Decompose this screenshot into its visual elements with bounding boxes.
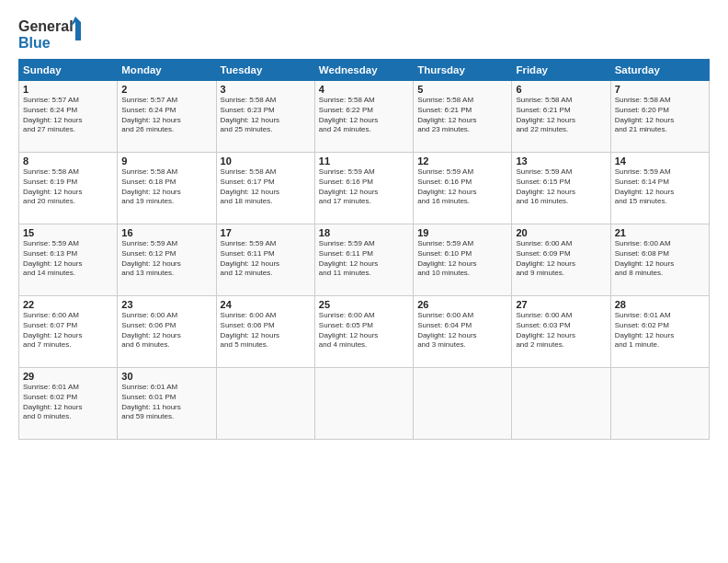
day-info: Sunrise: 6:01 AM Sunset: 6:02 PM Dayligh… bbox=[615, 311, 705, 350]
week-row-4: 22Sunrise: 6:00 AM Sunset: 6:07 PM Dayli… bbox=[19, 296, 710, 368]
calendar-cell: 6Sunrise: 5:58 AM Sunset: 6:21 PM Daylig… bbox=[512, 81, 610, 153]
calendar-cell: 5Sunrise: 5:58 AM Sunset: 6:21 PM Daylig… bbox=[414, 81, 512, 153]
weekday-sunday: Sunday bbox=[19, 60, 118, 81]
weekday-thursday: Thursday bbox=[414, 60, 512, 81]
calendar-cell: 18Sunrise: 5:59 AM Sunset: 6:11 PM Dayli… bbox=[314, 224, 413, 296]
svg-text:Blue: Blue bbox=[18, 35, 51, 51]
day-number: 17 bbox=[221, 227, 311, 238]
week-row-5: 29Sunrise: 6:01 AM Sunset: 6:02 PM Dayli… bbox=[19, 368, 710, 440]
day-number: 9 bbox=[121, 155, 211, 167]
week-row-1: 1Sunrise: 5:57 AM Sunset: 6:24 PM Daylig… bbox=[19, 81, 710, 153]
calendar-cell: 7Sunrise: 5:58 AM Sunset: 6:20 PM Daylig… bbox=[610, 81, 709, 153]
calendar-cell: 20Sunrise: 6:00 AM Sunset: 6:09 PM Dayli… bbox=[512, 224, 610, 296]
day-number: 15 bbox=[23, 227, 113, 238]
calendar-cell: 4Sunrise: 5:58 AM Sunset: 6:22 PM Daylig… bbox=[314, 81, 413, 153]
day-info: Sunrise: 5:57 AM Sunset: 6:24 PM Dayligh… bbox=[23, 96, 113, 135]
calendar-cell: 28Sunrise: 6:01 AM Sunset: 6:02 PM Dayli… bbox=[610, 296, 709, 368]
calendar-cell bbox=[216, 368, 314, 440]
calendar-cell: 19Sunrise: 5:59 AM Sunset: 6:10 PM Dayli… bbox=[414, 224, 512, 296]
header: GeneralBlue bbox=[18, 15, 710, 52]
day-number: 6 bbox=[516, 84, 606, 95]
day-number: 10 bbox=[221, 155, 311, 167]
day-info: Sunrise: 6:00 AM Sunset: 6:05 PM Dayligh… bbox=[319, 311, 409, 350]
day-number: 19 bbox=[417, 227, 507, 238]
day-info: Sunrise: 5:59 AM Sunset: 6:12 PM Dayligh… bbox=[121, 239, 211, 279]
day-info: Sunrise: 5:57 AM Sunset: 6:24 PM Dayligh… bbox=[121, 96, 211, 135]
calendar-cell: 2Sunrise: 5:57 AM Sunset: 6:24 PM Daylig… bbox=[118, 81, 216, 153]
day-number: 2 bbox=[121, 84, 211, 95]
day-number: 14 bbox=[615, 155, 705, 167]
day-number: 1 bbox=[23, 84, 113, 95]
day-info: Sunrise: 6:00 AM Sunset: 6:06 PM Dayligh… bbox=[121, 311, 211, 350]
weekday-saturday: Saturday bbox=[610, 60, 709, 81]
day-number: 29 bbox=[23, 371, 113, 382]
day-number: 18 bbox=[319, 227, 409, 238]
day-number: 13 bbox=[516, 155, 606, 167]
week-row-2: 8Sunrise: 5:58 AM Sunset: 6:19 PM Daylig… bbox=[19, 153, 710, 224]
calendar-header: SundayMondayTuesdayWednesdayThursdayFrid… bbox=[19, 60, 710, 81]
calendar-cell: 29Sunrise: 6:01 AM Sunset: 6:02 PM Dayli… bbox=[19, 368, 118, 440]
week-row-3: 15Sunrise: 5:59 AM Sunset: 6:13 PM Dayli… bbox=[19, 224, 710, 296]
day-info: Sunrise: 6:00 AM Sunset: 6:07 PM Dayligh… bbox=[23, 311, 113, 350]
calendar-page: GeneralBlue SundayMondayTuesdayWednesday… bbox=[0, 0, 728, 563]
calendar-cell: 24Sunrise: 6:00 AM Sunset: 6:06 PM Dayli… bbox=[216, 296, 314, 368]
day-info: Sunrise: 6:00 AM Sunset: 6:08 PM Dayligh… bbox=[615, 239, 705, 279]
day-info: Sunrise: 5:58 AM Sunset: 6:23 PM Dayligh… bbox=[221, 96, 311, 135]
day-number: 30 bbox=[121, 371, 211, 382]
day-number: 21 bbox=[615, 227, 705, 238]
day-number: 3 bbox=[221, 84, 311, 95]
day-info: Sunrise: 6:01 AM Sunset: 6:02 PM Dayligh… bbox=[23, 383, 113, 422]
day-info: Sunrise: 6:00 AM Sunset: 6:03 PM Dayligh… bbox=[516, 311, 606, 350]
weekday-friday: Friday bbox=[512, 60, 610, 81]
day-info: Sunrise: 6:01 AM Sunset: 6:01 PM Dayligh… bbox=[121, 383, 211, 422]
day-info: Sunrise: 5:58 AM Sunset: 6:22 PM Dayligh… bbox=[319, 96, 409, 135]
day-info: Sunrise: 5:58 AM Sunset: 6:17 PM Dayligh… bbox=[221, 167, 311, 207]
calendar-table: SundayMondayTuesdayWednesdayThursdayFrid… bbox=[18, 59, 710, 440]
day-info: Sunrise: 5:59 AM Sunset: 6:11 PM Dayligh… bbox=[221, 239, 311, 279]
day-number: 25 bbox=[319, 299, 409, 310]
weekday-wednesday: Wednesday bbox=[314, 60, 413, 81]
day-number: 4 bbox=[319, 84, 409, 95]
day-number: 26 bbox=[417, 299, 507, 310]
calendar-cell: 8Sunrise: 5:58 AM Sunset: 6:19 PM Daylig… bbox=[19, 153, 118, 224]
calendar-cell: 25Sunrise: 6:00 AM Sunset: 6:05 PM Dayli… bbox=[314, 296, 413, 368]
day-number: 7 bbox=[615, 84, 705, 95]
calendar-cell: 26Sunrise: 6:00 AM Sunset: 6:04 PM Dayli… bbox=[414, 296, 512, 368]
day-info: Sunrise: 5:59 AM Sunset: 6:10 PM Dayligh… bbox=[417, 239, 507, 279]
calendar-cell: 14Sunrise: 5:59 AM Sunset: 6:14 PM Dayli… bbox=[610, 153, 709, 224]
weekday-monday: Monday bbox=[118, 60, 216, 81]
day-info: Sunrise: 6:00 AM Sunset: 6:09 PM Dayligh… bbox=[516, 239, 606, 279]
day-info: Sunrise: 5:59 AM Sunset: 6:14 PM Dayligh… bbox=[615, 167, 705, 207]
calendar-cell: 21Sunrise: 6:00 AM Sunset: 6:08 PM Dayli… bbox=[610, 224, 709, 296]
day-number: 11 bbox=[319, 155, 409, 167]
day-number: 24 bbox=[221, 299, 311, 310]
calendar-cell: 12Sunrise: 5:59 AM Sunset: 6:16 PM Dayli… bbox=[414, 153, 512, 224]
calendar-cell bbox=[414, 368, 512, 440]
day-number: 5 bbox=[417, 84, 507, 95]
weekday-tuesday: Tuesday bbox=[216, 60, 314, 81]
day-number: 27 bbox=[516, 299, 606, 310]
calendar-cell: 17Sunrise: 5:59 AM Sunset: 6:11 PM Dayli… bbox=[216, 224, 314, 296]
day-info: Sunrise: 5:59 AM Sunset: 6:13 PM Dayligh… bbox=[23, 239, 113, 279]
day-info: Sunrise: 5:58 AM Sunset: 6:18 PM Dayligh… bbox=[121, 167, 211, 207]
day-info: Sunrise: 5:59 AM Sunset: 6:15 PM Dayligh… bbox=[516, 167, 606, 207]
logo-icon: GeneralBlue bbox=[18, 15, 92, 52]
calendar-cell: 10Sunrise: 5:58 AM Sunset: 6:17 PM Dayli… bbox=[216, 153, 314, 224]
day-info: Sunrise: 5:59 AM Sunset: 6:16 PM Dayligh… bbox=[417, 167, 507, 207]
calendar-cell: 22Sunrise: 6:00 AM Sunset: 6:07 PM Dayli… bbox=[19, 296, 118, 368]
calendar-cell: 23Sunrise: 6:00 AM Sunset: 6:06 PM Dayli… bbox=[118, 296, 216, 368]
calendar-cell: 16Sunrise: 5:59 AM Sunset: 6:12 PM Dayli… bbox=[118, 224, 216, 296]
day-info: Sunrise: 6:00 AM Sunset: 6:04 PM Dayligh… bbox=[417, 311, 507, 350]
calendar-cell: 9Sunrise: 5:58 AM Sunset: 6:18 PM Daylig… bbox=[118, 153, 216, 224]
calendar-cell: 1Sunrise: 5:57 AM Sunset: 6:24 PM Daylig… bbox=[19, 81, 118, 153]
calendar-cell: 11Sunrise: 5:59 AM Sunset: 6:16 PM Dayli… bbox=[314, 153, 413, 224]
calendar-body: 1Sunrise: 5:57 AM Sunset: 6:24 PM Daylig… bbox=[19, 81, 710, 440]
day-number: 8 bbox=[23, 155, 113, 167]
day-info: Sunrise: 5:58 AM Sunset: 6:21 PM Dayligh… bbox=[516, 96, 606, 135]
calendar-cell bbox=[610, 368, 709, 440]
day-number: 22 bbox=[23, 299, 113, 310]
calendar-cell: 3Sunrise: 5:58 AM Sunset: 6:23 PM Daylig… bbox=[216, 81, 314, 153]
day-info: Sunrise: 6:00 AM Sunset: 6:06 PM Dayligh… bbox=[221, 311, 311, 350]
day-info: Sunrise: 5:59 AM Sunset: 6:16 PM Dayligh… bbox=[319, 167, 409, 207]
logo: GeneralBlue bbox=[18, 15, 92, 52]
